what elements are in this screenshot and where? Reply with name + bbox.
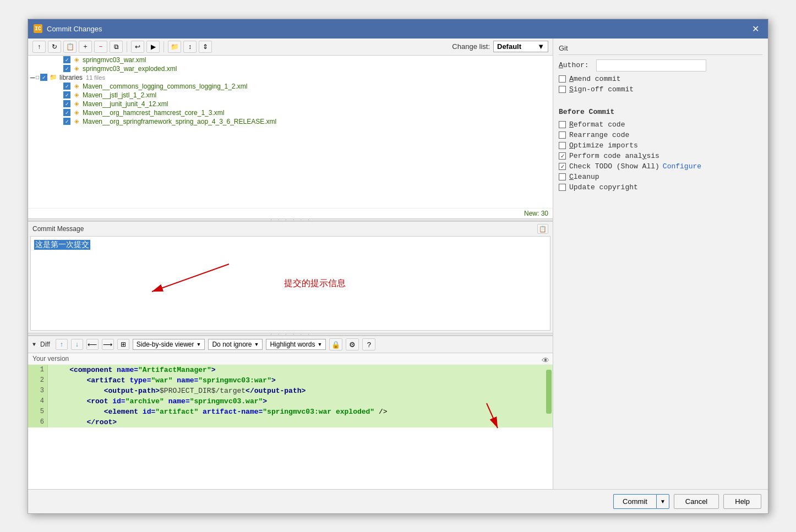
toolbar-btn-copy[interactable]: 📋 bbox=[63, 41, 77, 53]
rearrange-code-row[interactable]: Rearrange code bbox=[559, 131, 762, 139]
tree-item[interactable]: ✓ ◈ Maven__org_hamcrest_hamcrest_core_1_… bbox=[28, 108, 553, 117]
left-panel: ↑ ↻ 📋 ＋ － ⧉ ↩ ▶ 📁 ↕ ⇕ Change list: Defau… bbox=[28, 39, 553, 489]
toolbar-btn-undo[interactable]: ↩ bbox=[131, 41, 144, 53]
tree-item[interactable]: ✓ ◈ springmvc03_war.xml bbox=[28, 56, 553, 64]
toolbar-btn-sort2[interactable]: ⇕ bbox=[199, 41, 212, 53]
file-name: springmvc03_war.xml bbox=[83, 56, 146, 64]
diff-settings-btn[interactable]: ⚙ bbox=[346, 338, 359, 350]
toolbar-btn-refresh[interactable]: ↑ bbox=[32, 41, 46, 53]
update-copyright-row[interactable]: Update copyright bbox=[559, 183, 762, 191]
signoff-commit-row[interactable]: Sign-off commit bbox=[559, 85, 762, 94]
code-line: 3 <output-path>$PROJECT_DIR$/target</out… bbox=[28, 386, 553, 396]
amend-commit-row[interactable]: Amend commit bbox=[559, 75, 762, 83]
close-button[interactable]: ✕ bbox=[749, 23, 762, 35]
toolbar-btn-update[interactable]: ↻ bbox=[48, 41, 61, 53]
line-number: 1 bbox=[28, 365, 48, 375]
diff-prev-btn[interactable]: ↑ bbox=[56, 339, 68, 350]
file-name: Maven__junit_junit_4_12.xml bbox=[83, 100, 168, 108]
change-list-select[interactable]: Default ▼ bbox=[493, 41, 548, 52]
diff-copy-right-btn[interactable]: ⟶ bbox=[102, 339, 114, 350]
author-input[interactable] bbox=[596, 59, 706, 72]
diff-ignore-label: Do not ignore bbox=[212, 341, 252, 348]
check-todo-checkbox[interactable] bbox=[559, 163, 566, 170]
optimize-imports-checkbox[interactable] bbox=[559, 142, 566, 149]
code-view[interactable]: Your version 👁 1 <component name="Artifa… bbox=[28, 353, 553, 489]
tree-checkbox[interactable]: ✓ bbox=[63, 56, 70, 63]
update-copyright-label: Update copyright bbox=[569, 183, 638, 191]
line-content: <root id="archive" name="springmvc03.war… bbox=[48, 396, 553, 407]
check-todo-row[interactable]: Check TODO (Show All) Configure bbox=[559, 162, 762, 171]
tree-checkbox[interactable]: ✓ bbox=[63, 91, 70, 98]
cancel-button[interactable]: Cancel bbox=[674, 494, 719, 509]
toolbar-btn-redo[interactable]: ▶ bbox=[146, 41, 160, 53]
code-lines: 1 <component name="ArtifactManager"> 2 <… bbox=[28, 365, 553, 427]
author-row: Author: bbox=[559, 59, 762, 72]
diff-highlight-dropdown[interactable]: Highlight words ▼ bbox=[266, 339, 326, 350]
update-copyright-checkbox[interactable] bbox=[559, 184, 566, 191]
diff-title: Diff bbox=[40, 341, 50, 348]
commit-dropdown-arrow[interactable]: ▼ bbox=[656, 494, 669, 509]
folder-icon: 📁 bbox=[49, 74, 58, 81]
line-content: <output-path>$PROJECT_DIR$/target</outpu… bbox=[48, 386, 553, 396]
check-todo-label: Check TODO (Show All) bbox=[569, 162, 659, 171]
git-title: Git bbox=[559, 44, 762, 55]
configure-link[interactable]: Configure bbox=[663, 162, 701, 171]
diff-help-btn[interactable]: ? bbox=[362, 338, 375, 350]
line-number: 2 bbox=[28, 375, 48, 386]
commit-button[interactable]: Commit bbox=[613, 494, 656, 509]
signoff-commit-checkbox[interactable] bbox=[559, 86, 566, 93]
line-content: </root> bbox=[48, 417, 553, 427]
author-label: Author: bbox=[559, 61, 592, 69]
diff-copy-left-btn[interactable]: ⟵ bbox=[86, 339, 99, 350]
diff-next-btn[interactable]: ↓ bbox=[71, 339, 83, 350]
diff-viewer-arrow: ▼ bbox=[197, 342, 201, 347]
tree-item[interactable]: ✓ ◈ Maven__jstl_jstl_1_2.xml bbox=[28, 91, 553, 100]
file-tree: ✓ ◈ springmvc03_war.xml ✓ ◈ springmvc03_… bbox=[28, 56, 553, 209]
tree-folder-item[interactable]: ─ □ ✓ 📁 libraries 11 files bbox=[28, 73, 553, 82]
toolbar-btn-folder[interactable]: 📁 bbox=[168, 41, 181, 53]
app-icon: IC bbox=[34, 24, 42, 33]
reformat-code-checkbox[interactable] bbox=[559, 121, 566, 128]
rearrange-code-checkbox[interactable] bbox=[559, 131, 566, 139]
diff-ignore-dropdown[interactable]: Do not ignore ▼ bbox=[208, 339, 263, 350]
tree-checkbox[interactable]: ✓ bbox=[40, 74, 47, 81]
toolbar-btn-sort1[interactable]: ↕ bbox=[183, 41, 197, 53]
code-analysis-row[interactable]: Perform code analysis bbox=[559, 152, 762, 160]
title-bar: IC Commit Changes ✕ bbox=[28, 19, 768, 39]
toolbar-btn-add[interactable]: ＋ bbox=[79, 41, 92, 53]
tree-checkbox[interactable]: ✓ bbox=[63, 83, 70, 90]
folder-name: libraries bbox=[59, 74, 83, 81]
code-analysis-checkbox[interactable] bbox=[559, 152, 566, 160]
tree-item[interactable]: ✓ ◈ springmvc03_war_exploded.xml bbox=[28, 64, 553, 73]
amend-commit-checkbox[interactable] bbox=[559, 75, 566, 83]
eye-icon[interactable]: 👁 bbox=[542, 357, 549, 365]
commit-message-icon-btn[interactable]: 📋 bbox=[537, 224, 548, 234]
tree-item[interactable]: ✓ ◈ Maven__junit_junit_4_12.xml bbox=[28, 100, 553, 108]
line-content: <artifact type="war" name="springmvc03:w… bbox=[48, 375, 553, 386]
tree-checkbox[interactable]: ✓ bbox=[63, 118, 70, 125]
diff-viewer-dropdown[interactable]: Side-by-side viewer ▼ bbox=[133, 339, 205, 350]
change-list-label: Change list: bbox=[452, 42, 490, 51]
tree-checkbox[interactable]: ✓ bbox=[63, 100, 70, 107]
diff-collapse-icon[interactable]: ▼ bbox=[32, 342, 36, 348]
file-name: springmvc03_war_exploded.xml bbox=[83, 65, 177, 73]
bottom-bar: Commit ▼ Cancel Help bbox=[28, 489, 768, 513]
diff-lock-btn[interactable]: 🔒 bbox=[329, 338, 342, 350]
tree-checkbox[interactable]: ✓ bbox=[63, 65, 70, 72]
toolbar-btn-remove[interactable]: － bbox=[94, 41, 107, 53]
toolbar: ↑ ↻ 📋 ＋ － ⧉ ↩ ▶ 📁 ↕ ⇕ Change list: Defau… bbox=[28, 39, 553, 56]
reformat-code-row[interactable]: Reformat code bbox=[559, 120, 762, 129]
optimize-imports-row[interactable]: Optimize imports bbox=[559, 141, 762, 150]
tree-item[interactable]: ✓ ◈ Maven__commons_logging_commons_loggi… bbox=[28, 82, 553, 91]
toolbar-btn-group[interactable]: ⧉ bbox=[110, 41, 123, 53]
help-button[interactable]: Help bbox=[723, 494, 761, 509]
diff-expand-btn[interactable]: ⊞ bbox=[117, 339, 129, 350]
change-list-arrow: ▼ bbox=[537, 42, 544, 51]
cleanup-row[interactable]: Cleanup bbox=[559, 173, 762, 181]
reformat-code-label: Reformat code bbox=[569, 120, 625, 129]
right-panel: Git Author: Amend commit Sign-off commit… bbox=[553, 39, 768, 489]
tree-item[interactable]: ✓ ◈ Maven__org_springframework_spring_ao… bbox=[28, 117, 553, 126]
tree-checkbox[interactable]: ✓ bbox=[63, 109, 70, 116]
cleanup-checkbox[interactable] bbox=[559, 173, 566, 180]
xml-file-icon: ◈ bbox=[72, 109, 81, 117]
